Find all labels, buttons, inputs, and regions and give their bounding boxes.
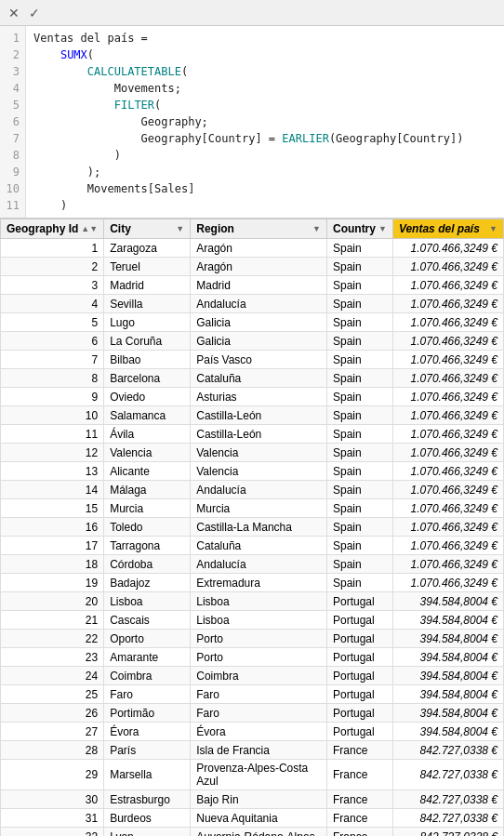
cell-city: Faro xyxy=(104,685,191,704)
cell-id: 13 xyxy=(1,462,104,481)
col-header-country[interactable]: Country ▼ xyxy=(326,219,392,239)
cell-region: Provenza-Alpes-Costa Azul xyxy=(191,760,327,790)
cell-region: Coimbra xyxy=(191,667,327,685)
cell-region: Faro xyxy=(191,685,327,704)
cell-sales: 842.727,0338 € xyxy=(392,809,503,828)
cell-id: 9 xyxy=(1,388,104,406)
cell-id: 18 xyxy=(1,555,104,574)
col-header-sales[interactable]: Ventas del país ▼ xyxy=(392,219,503,239)
line-number: 3 xyxy=(6,63,20,80)
cell-sales: 394.584,8004 € xyxy=(392,685,503,704)
cell-region: Extremadura xyxy=(191,574,327,592)
code-line: Movements[Sales] xyxy=(33,180,497,197)
cell-sales: 1.070.466,3249 € xyxy=(392,388,503,406)
line-number: 7 xyxy=(6,130,20,147)
cell-region: Cataluña xyxy=(191,369,327,388)
line-numbers: 1234567891011 xyxy=(0,26,26,218)
cell-region: Auvernia-Ródano-Alpes xyxy=(191,828,327,837)
table-row: 25 Faro Faro Portugal 394.584,8004 € xyxy=(1,685,504,704)
cell-country: Spain xyxy=(326,369,392,388)
cell-country: Spain xyxy=(326,276,392,295)
cell-sales: 1.070.466,3249 € xyxy=(392,276,503,295)
cell-region: Porto xyxy=(191,648,327,667)
code-line: SUMX( xyxy=(33,46,497,63)
cell-sales: 394.584,8004 € xyxy=(392,592,503,611)
cell-sales: 842.727,0338 € xyxy=(392,760,503,790)
code-line: Movements; xyxy=(33,80,497,97)
cell-country: Spain xyxy=(326,388,392,406)
table-row: 12 Valencia Valencia Spain 1.070.466,324… xyxy=(1,444,504,462)
cell-region: Lisboa xyxy=(191,592,327,611)
cell-region: Valencia xyxy=(191,462,327,481)
cell-city: Lyon xyxy=(104,828,191,837)
cell-region: Valencia xyxy=(191,444,327,462)
cell-country: Portugal xyxy=(326,685,392,704)
cell-id: 11 xyxy=(1,425,104,444)
table-row: 22 Oporto Porto Portugal 394.584,8004 € xyxy=(1,630,504,648)
data-table: Geography Id ▲▼ City ▼ Region ▼ xyxy=(0,219,504,836)
cell-region: Évora xyxy=(191,723,327,741)
cell-region: Castilla-León xyxy=(191,406,327,425)
cell-sales: 1.070.466,3249 € xyxy=(392,537,503,555)
table-row: 27 Évora Évora Portugal 394.584,8004 € xyxy=(1,723,504,741)
cell-city: Madrid xyxy=(104,276,191,295)
cell-region: Murcia xyxy=(191,499,327,518)
table-row: 31 Burdeos Nueva Aquitania France 842.72… xyxy=(1,809,504,828)
cell-country: Spain xyxy=(326,462,392,481)
formula-code[interactable]: Ventas del país = SUMX( CALCULATETABLE( … xyxy=(26,26,504,218)
cell-country: Portugal xyxy=(326,648,392,667)
cell-country: France xyxy=(326,809,392,828)
cell-country: Spain xyxy=(326,555,392,574)
cell-city: Zaragoza xyxy=(104,239,191,258)
table-row: 15 Murcia Murcia Spain 1.070.466,3249 € xyxy=(1,499,504,518)
cell-id: 21 xyxy=(1,611,104,630)
cell-sales: 1.070.466,3249 € xyxy=(392,239,503,258)
cell-country: Spain xyxy=(326,295,392,313)
cell-region: Madrid xyxy=(191,276,327,295)
cancel-button[interactable]: ✕ xyxy=(4,3,24,23)
cell-sales: 842.727,0338 € xyxy=(392,741,503,760)
code-line: ) xyxy=(33,147,497,164)
cell-region: Cataluña xyxy=(191,537,327,555)
col-header-city[interactable]: City ▼ xyxy=(104,219,191,239)
cell-id: 26 xyxy=(1,704,104,723)
cell-region: Castilla-La Mancha xyxy=(191,518,327,537)
cell-country: Portugal xyxy=(326,704,392,723)
confirm-button[interactable]: ✓ xyxy=(24,3,45,23)
table-row: 29 Marsella Provenza-Alpes-Costa Azul Fr… xyxy=(1,760,504,790)
line-number: 8 xyxy=(6,147,20,164)
col-header-region[interactable]: Region ▼ xyxy=(191,219,327,239)
cell-sales: 1.070.466,3249 € xyxy=(392,481,503,499)
code-line: Geography; xyxy=(33,113,497,130)
cell-id: 12 xyxy=(1,444,104,462)
line-number: 5 xyxy=(6,97,20,113)
cell-city: Barcelona xyxy=(104,369,191,388)
cell-city: Córdoba xyxy=(104,555,191,574)
cell-city: Amarante xyxy=(104,648,191,667)
cell-sales: 1.070.466,3249 € xyxy=(392,332,503,351)
table-row: 14 Málaga Andalucía Spain 1.070.466,3249… xyxy=(1,481,504,499)
cell-city: Coimbra xyxy=(104,667,191,685)
cell-country: Spain xyxy=(326,481,392,499)
cell-region: Nueva Aquitania xyxy=(191,809,327,828)
table-row: 11 Ávila Castilla-León Spain 1.070.466,3… xyxy=(1,425,504,444)
code-line: Geography[Country] = EARLIER(Geography[C… xyxy=(33,130,497,147)
sort-icon-country: ▼ xyxy=(378,224,387,233)
table-row: 20 Lisboa Lisboa Portugal 394.584,8004 € xyxy=(1,592,504,611)
cell-id: 8 xyxy=(1,369,104,388)
cell-country: Spain xyxy=(326,332,392,351)
cell-id: 25 xyxy=(1,685,104,704)
cell-city: Évora xyxy=(104,723,191,741)
cell-city: Cascais xyxy=(104,611,191,630)
sort-icon-sales: ▼ xyxy=(489,224,497,233)
cell-id: 32 xyxy=(1,828,104,837)
cell-region: País Vasco xyxy=(191,351,327,369)
cell-city: Toledo xyxy=(104,518,191,537)
table-row: 18 Córdoba Andalucía Spain 1.070.466,324… xyxy=(1,555,504,574)
cell-id: 20 xyxy=(1,592,104,611)
cell-city: París xyxy=(104,741,191,760)
cell-id: 31 xyxy=(1,809,104,828)
cell-country: Spain xyxy=(326,258,392,276)
col-header-id[interactable]: Geography Id ▲▼ xyxy=(1,219,104,239)
cell-region: Andalucía xyxy=(191,295,327,313)
